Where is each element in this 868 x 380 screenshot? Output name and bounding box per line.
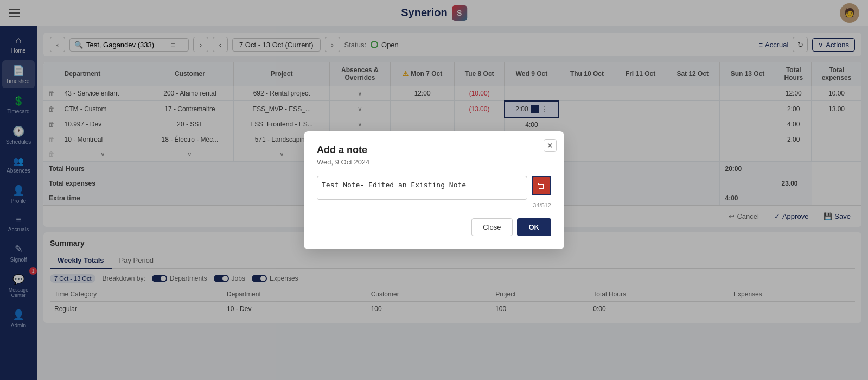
modal-overlay: Add a note Wed, 9 Oct 2024 ✕ Test Note- … xyxy=(0,0,868,380)
modal-subtitle: Wed, 9 Oct 2024 xyxy=(317,158,551,166)
note-delete-button[interactable]: 🗑 xyxy=(532,176,551,195)
note-input[interactable]: Test Note- Edited an Existing Note xyxy=(317,176,527,200)
modal-footer: Close OK xyxy=(317,218,551,236)
trash-icon: 🗑 xyxy=(537,181,546,191)
note-input-row: Test Note- Edited an Existing Note 🗑 xyxy=(317,176,551,200)
ok-button[interactable]: OK xyxy=(517,218,552,236)
add-note-modal: Add a note Wed, 9 Oct 2024 ✕ Test Note- … xyxy=(304,131,564,249)
modal-close-button[interactable]: ✕ xyxy=(544,139,557,152)
char-count: 34/512 xyxy=(317,202,551,208)
modal-title: Add a note xyxy=(317,144,551,156)
close-button[interactable]: Close xyxy=(471,218,512,236)
